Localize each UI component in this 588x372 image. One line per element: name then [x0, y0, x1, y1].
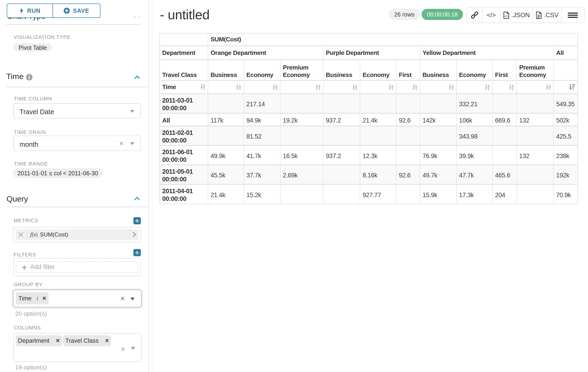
svg-text:</>: </> — [504, 14, 509, 18]
